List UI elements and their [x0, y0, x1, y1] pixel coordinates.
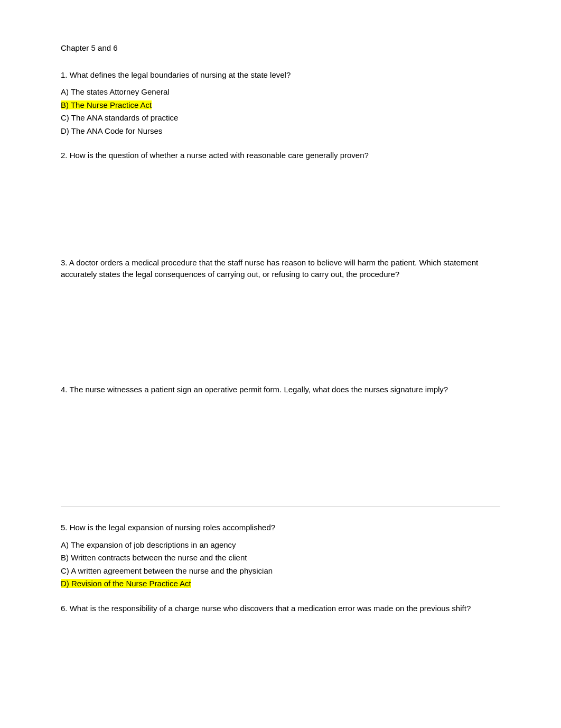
question-1-text: 1. What defines the legal boundaries of … [61, 69, 500, 81]
question-1: 1. What defines the legal boundaries of … [61, 69, 500, 137]
section-divider [61, 506, 500, 507]
answer-5d: D) Revision of the Nurse Practice Act [61, 578, 500, 590]
question-6-text: 6. What is the responsibility of a charg… [61, 603, 500, 615]
question-1-answers: A) The states Attorney General B) The Nu… [61, 86, 500, 137]
question-4-text: 4. The nurse witnesses a patient sign an… [61, 384, 500, 396]
questions-container: 1. What defines the legal boundaries of … [61, 69, 500, 615]
question-4: 4. The nurse witnesses a patient sign an… [61, 384, 500, 396]
question-5-text: 5. How is the legal expansion of nursing… [61, 522, 500, 534]
question-3-text: 3. A doctor orders a medical procedure t… [61, 257, 500, 281]
answer-1a: A) The states Attorney General [61, 86, 500, 98]
question-5: 5. How is the legal expansion of nursing… [61, 522, 500, 590]
answer-1c: C) The ANA standards of practice [61, 112, 500, 124]
question-3: 3. A doctor orders a medical procedure t… [61, 257, 500, 281]
question-2-text: 2. How is the question of whether a nurs… [61, 150, 500, 162]
chapter-title: Chapter 5 and 6 [61, 42, 500, 54]
answer-1b: B) The Nurse Practice Act [61, 99, 500, 112]
answer-1d: D) The ANA Code for Nurses [61, 125, 500, 137]
answer-5c: C) A written agreement between the nurse… [61, 565, 500, 577]
answer-5b: B) Written contracts between the nurse a… [61, 552, 500, 564]
question-5-answers: A) The expansion of job descriptions in … [61, 539, 500, 590]
question-2: 2. How is the question of whether a nurs… [61, 150, 500, 162]
answer-5a: A) The expansion of job descriptions in … [61, 539, 500, 551]
question-6: 6. What is the responsibility of a charg… [61, 603, 500, 615]
